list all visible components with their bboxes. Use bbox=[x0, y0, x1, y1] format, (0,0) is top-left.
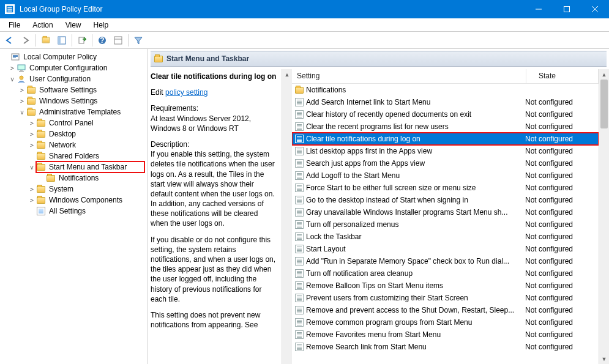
setting-icon bbox=[294, 207, 304, 217]
back-button[interactable] bbox=[2, 34, 17, 47]
list-row[interactable]: Force Start to be either full screen siz… bbox=[292, 182, 599, 194]
row-state-label: Not configured bbox=[525, 208, 597, 217]
list-row[interactable]: Gray unavailable Windows Installer progr… bbox=[292, 206, 599, 218]
tree-notifications[interactable]: Notifications bbox=[1, 173, 148, 184]
minimize-button[interactable] bbox=[525, 0, 553, 18]
list-row[interactable]: List desktop apps first in the Apps view… bbox=[292, 145, 599, 157]
tree-shared-folders[interactable]: Shared Folders bbox=[1, 150, 148, 162]
titlebar: Local Group Policy Editor bbox=[0, 0, 609, 18]
list-row[interactable]: Prevent users from customizing their Sta… bbox=[292, 292, 599, 304]
show-hide-tree-button[interactable] bbox=[54, 34, 69, 47]
svg-rect-10 bbox=[79, 37, 84, 43]
tree-computer-config[interactable]: > Computer Configuration bbox=[1, 62, 148, 73]
toolbar: ? bbox=[0, 32, 609, 49]
col-state[interactable]: State bbox=[526, 69, 599, 83]
tree-system[interactable]: >System bbox=[1, 184, 148, 195]
edit-policy-link[interactable]: policy setting bbox=[165, 88, 207, 97]
setting-icon bbox=[294, 305, 304, 315]
row-setting-label: Start Layout bbox=[306, 245, 525, 253]
row-state-label: Not configured bbox=[525, 196, 597, 204]
list-row[interactable]: Lock the TaskbarNot configured bbox=[292, 231, 599, 243]
scroll-down-icon[interactable]: ▼ bbox=[599, 354, 609, 364]
list-row[interactable]: Notifications bbox=[292, 84, 599, 96]
list-row[interactable]: Remove Search link from Start MenuNot co… bbox=[292, 341, 599, 353]
list-row[interactable]: Remove common program groups from Start … bbox=[292, 316, 599, 329]
list-row[interactable]: Clear the recent programs list for new u… bbox=[292, 121, 599, 133]
row-setting-label: Clear tile notifications during log on bbox=[306, 135, 525, 143]
svg-rect-16 bbox=[13, 55, 18, 56]
expand-icon[interactable]: > bbox=[9, 65, 16, 72]
list-scrollbar-left[interactable]: ▲ bbox=[282, 69, 292, 364]
settings-list[interactable]: Setting State NotificationsAdd Search In… bbox=[292, 69, 599, 364]
list-row[interactable]: Add Logoff to the Start MenuNot configur… bbox=[292, 169, 599, 182]
tree-windows-settings[interactable]: >Windows Settings bbox=[1, 95, 148, 106]
setting-icon bbox=[294, 342, 304, 352]
row-state-label: Not configured bbox=[525, 281, 597, 290]
svg-rect-18 bbox=[13, 58, 16, 58]
list-row[interactable]: Add "Run in Separate Memory Space" check… bbox=[292, 255, 599, 267]
list-scrollbar-right[interactable]: ▲ ▼ bbox=[599, 69, 609, 364]
list-row[interactable]: Search just apps from the Apps viewNot c… bbox=[292, 157, 599, 169]
col-setting[interactable]: Setting bbox=[292, 69, 526, 83]
menu-file[interactable]: File bbox=[2, 20, 26, 31]
tree-all-settings[interactable]: All Settings bbox=[1, 206, 148, 217]
list-row[interactable]: Start LayoutNot configured bbox=[292, 243, 599, 255]
options-button[interactable] bbox=[111, 34, 125, 47]
export-button[interactable] bbox=[75, 34, 89, 47]
forward-button[interactable] bbox=[18, 34, 33, 47]
row-state-label: Not configured bbox=[525, 159, 597, 168]
list-row[interactable]: Remove and prevent access to the Shut Do… bbox=[292, 304, 599, 316]
setting-icon bbox=[294, 256, 304, 266]
setting-icon bbox=[294, 281, 304, 291]
tree-windows-components[interactable]: >Windows Components bbox=[1, 195, 148, 206]
close-button[interactable] bbox=[581, 0, 609, 18]
row-setting-label: Notifications bbox=[306, 86, 525, 94]
scroll-up-icon[interactable]: ▲ bbox=[599, 69, 609, 80]
tree-admin-templates[interactable]: vAdministrative Templates bbox=[1, 106, 148, 117]
row-state-label: Not configured bbox=[525, 110, 597, 119]
row-setting-label: Remove Favorites menu from Start Menu bbox=[306, 330, 525, 339]
menu-view[interactable]: View bbox=[59, 20, 88, 31]
help-button[interactable]: ? bbox=[95, 34, 110, 47]
tree-pane[interactable]: Local Computer Policy > Computer Configu… bbox=[0, 49, 148, 364]
tree-software-settings[interactable]: >Software Settings bbox=[1, 84, 148, 95]
svg-rect-9 bbox=[58, 37, 61, 44]
setting-icon bbox=[294, 293, 304, 303]
maximize-button[interactable] bbox=[553, 0, 581, 18]
filter-button[interactable] bbox=[131, 34, 146, 47]
row-setting-label: Remove and prevent access to the Shut Do… bbox=[306, 306, 525, 314]
scrollbar-thumb[interactable] bbox=[600, 80, 608, 128]
menu-help[interactable]: Help bbox=[88, 20, 115, 31]
scroll-up-icon[interactable]: ▲ bbox=[285, 69, 290, 80]
list-row[interactable]: Clear tile notifications during log onNo… bbox=[292, 133, 599, 145]
row-state-label: Not configured bbox=[525, 343, 597, 351]
list-row[interactable]: Clear history of recently opened documen… bbox=[292, 108, 599, 121]
list-row[interactable]: Turn off notification area cleanupNot co… bbox=[292, 267, 599, 280]
tree-control-panel[interactable]: >Control Panel bbox=[1, 117, 148, 128]
row-setting-label: Go to the desktop instead of Start when … bbox=[306, 196, 525, 204]
row-setting-label: Prevent users from customizing their Sta… bbox=[306, 294, 525, 302]
list-row[interactable]: Add Search Internet link to Start MenuNo… bbox=[292, 96, 599, 108]
menu-action[interactable]: Action bbox=[26, 20, 59, 31]
row-state-label: Not configured bbox=[525, 318, 597, 327]
tree-start-menu-taskbar[interactable]: vStart Menu and Taskbar bbox=[1, 162, 148, 173]
list-row[interactable]: Turn off personalized menusNot configure… bbox=[292, 218, 599, 231]
svg-rect-19 bbox=[18, 65, 25, 70]
setting-icon bbox=[294, 330, 304, 340]
svg-rect-17 bbox=[13, 56, 18, 57]
list-row[interactable]: Go to the desktop instead of Start when … bbox=[292, 194, 599, 206]
row-setting-label: Add Logoff to the Start Menu bbox=[306, 171, 525, 180]
tree-network[interactable]: >Network bbox=[1, 139, 148, 150]
tree-desktop[interactable]: >Desktop bbox=[1, 128, 148, 139]
tree-user-config[interactable]: v User Configuration bbox=[1, 73, 148, 84]
list-row[interactable]: Remove Favorites menu from Start MenuNot… bbox=[292, 329, 599, 341]
list-row[interactable]: Remove Balloon Tips on Start Menu itemsN… bbox=[292, 280, 599, 292]
svg-rect-20 bbox=[20, 70, 23, 71]
folder-icon bbox=[294, 85, 304, 95]
tree-root[interactable]: Local Computer Policy bbox=[1, 51, 148, 62]
collapse-icon[interactable]: v bbox=[9, 76, 16, 83]
policy-icon bbox=[10, 53, 20, 61]
svg-text:?: ? bbox=[100, 36, 104, 45]
up-button[interactable] bbox=[39, 34, 53, 47]
setting-icon bbox=[294, 97, 304, 107]
